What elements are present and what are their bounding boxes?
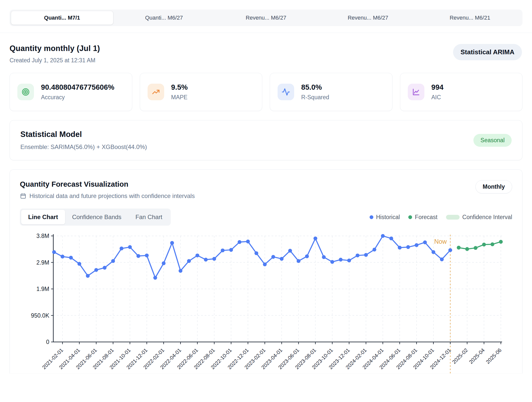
model-type-badge: Statistical ARIMA xyxy=(453,44,522,60)
chart-legend: Historical Forecast Confidence Interval xyxy=(370,214,512,221)
svg-text:1.9M: 1.9M xyxy=(36,286,49,292)
calendar-icon xyxy=(20,193,26,199)
forecast-chart-svg: Now0950.0K1.9M2.9M3.8M2021-02-012021-04-… xyxy=(10,232,522,376)
chart-view-tabs: Line Chart Confidence Bands Fan Chart xyxy=(20,209,171,226)
tab-revenue-m6-21[interactable]: Revenu... M6/21 xyxy=(419,11,521,25)
page-title: Quantity monthly (Jul 1) xyxy=(10,44,100,53)
r-squared-label: R-Squared xyxy=(301,94,329,101)
tab-strip-section: Quanti... M7/1 Quanti... M6/27 Revenu...… xyxy=(0,0,532,33)
tab-quantity-m7-1[interactable]: Quanti... M7/1 xyxy=(11,11,113,25)
aic-value: 994 xyxy=(431,83,444,91)
page-header: Quantity monthly (Jul 1) Created July 1,… xyxy=(0,33,532,64)
r-squared-value: 85.0% xyxy=(301,83,329,91)
mape-card: 9.5% MAPE xyxy=(140,73,262,111)
svg-text:2025-04: 2025-04 xyxy=(468,347,486,365)
legend-confidence-interval: Confidence Interval xyxy=(446,214,512,221)
forecast-dot-swatch xyxy=(408,215,412,219)
forecast-dashboard-page: Quanti... M7/1 Quanti... M6/27 Revenu...… xyxy=(0,0,532,402)
forecast-chart: Now0950.0K1.9M2.9M3.8M2021-02-012021-04-… xyxy=(10,232,522,377)
statistical-model-title: Statistical Model xyxy=(20,130,147,139)
target-icon xyxy=(17,84,34,100)
legend-historical-label: Historical xyxy=(376,214,400,221)
tab-quantity-m6-27[interactable]: Quanti... M6/27 xyxy=(113,11,215,25)
svg-text:Now: Now xyxy=(434,238,447,245)
accuracy-card: 90.48080476775606% Accuracy xyxy=(10,73,132,111)
aic-card: 994 AIC xyxy=(400,73,523,111)
chart-title: Quantity Forecast Visualization xyxy=(20,180,195,188)
statistical-model-card: Statistical Model Ensemble: SARIMA(56.0%… xyxy=(10,120,522,160)
accuracy-value: 90.48080476775606% xyxy=(41,83,114,91)
view-tab-line-chart[interactable]: Line Chart xyxy=(21,210,65,224)
period-badge: Monthly xyxy=(475,180,512,193)
view-tab-confidence-bands[interactable]: Confidence Bands xyxy=(65,210,128,224)
mape-label: MAPE xyxy=(171,94,188,101)
legend-forecast: Forecast xyxy=(408,214,437,221)
accuracy-label: Accuracy xyxy=(41,94,114,101)
forecast-visualization-card: Quantity Forecast Visualization Historic… xyxy=(10,169,522,373)
confidence-band-swatch xyxy=(446,215,460,220)
svg-text:3.8M: 3.8M xyxy=(36,233,49,239)
historical-dot-swatch xyxy=(370,215,373,219)
svg-text:950.0K: 950.0K xyxy=(31,312,50,319)
forecast-tab-bar: Quanti... M7/1 Quanti... M6/27 Revenu...… xyxy=(10,10,522,26)
created-timestamp: Created July 1, 2025 at 12:31 AM xyxy=(10,57,100,64)
svg-text:0: 0 xyxy=(46,339,49,345)
ensemble-description: Ensemble: SARIMA(56.0%) + XGBoost(44.0%) xyxy=(20,143,147,150)
chart-controls: Line Chart Confidence Bands Fan Chart Hi… xyxy=(10,199,522,226)
chart-line-icon xyxy=(408,84,424,100)
aic-label: AIC xyxy=(431,94,444,101)
mape-value: 9.5% xyxy=(171,83,188,91)
tab-revenue-m6-27a[interactable]: Revenu... M6/27 xyxy=(215,11,317,25)
activity-icon xyxy=(278,84,294,100)
chart-subtitle: Historical data and future projections w… xyxy=(20,192,195,199)
legend-confidence-label: Confidence Interval xyxy=(462,214,512,221)
svg-text:2025-06: 2025-06 xyxy=(485,347,503,365)
legend-forecast-label: Forecast xyxy=(415,214,437,221)
chart-header: Quantity Forecast Visualization Historic… xyxy=(10,180,522,199)
tab-revenue-m6-27b[interactable]: Revenu... M6/27 xyxy=(317,11,419,25)
trending-up-icon xyxy=(148,84,164,100)
svg-text:2.9M: 2.9M xyxy=(36,259,49,266)
svg-text:2025-02: 2025-02 xyxy=(451,347,469,365)
seasonal-badge: Seasonal xyxy=(473,134,512,147)
chart-subtitle-text: Historical data and future projections w… xyxy=(29,192,195,199)
view-tab-fan-chart[interactable]: Fan Chart xyxy=(128,210,169,224)
metrics-row: 90.48080476775606% Accuracy 9.5% MAPE xyxy=(0,64,532,111)
r-squared-card: 85.0% R-Squared xyxy=(270,73,392,111)
legend-historical: Historical xyxy=(370,214,400,221)
